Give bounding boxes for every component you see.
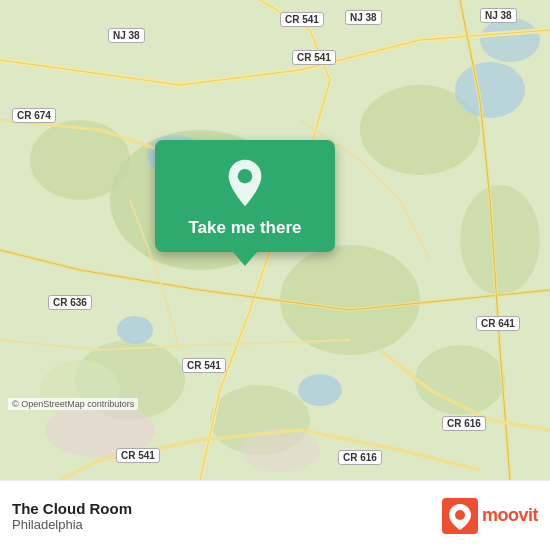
road-label-cr641: CR 641 bbox=[476, 316, 520, 331]
road-label-cr616-right: CR 616 bbox=[442, 416, 486, 431]
road-label-nj38-top-right1: NJ 38 bbox=[345, 10, 382, 25]
svg-point-9 bbox=[460, 185, 540, 295]
svg-point-13 bbox=[455, 62, 525, 118]
road-label-cr636: CR 636 bbox=[48, 295, 92, 310]
bottom-bar: The Cloud Room Philadelphia moovit bbox=[0, 480, 550, 550]
svg-point-11 bbox=[117, 316, 153, 344]
svg-point-17 bbox=[238, 169, 253, 184]
svg-point-2 bbox=[30, 120, 130, 200]
svg-point-12 bbox=[298, 374, 342, 406]
road-label-cr674: CR 674 bbox=[12, 108, 56, 123]
popup-button-label: Take me there bbox=[188, 218, 301, 238]
svg-point-19 bbox=[455, 510, 465, 520]
location-info: The Cloud Room Philadelphia bbox=[12, 500, 132, 532]
road-label-cr541-top: CR 541 bbox=[280, 12, 324, 27]
road-label-cr616-bottom: CR 616 bbox=[338, 450, 382, 465]
location-pin-icon bbox=[220, 158, 270, 208]
moovit-icon bbox=[442, 498, 478, 534]
moovit-text: moovit bbox=[482, 505, 538, 526]
svg-point-4 bbox=[280, 245, 420, 355]
svg-point-14 bbox=[480, 18, 540, 62]
location-city: Philadelphia bbox=[12, 517, 132, 532]
take-me-there-button[interactable]: Take me there bbox=[155, 140, 335, 252]
road-label-cr541-bottom: CR 541 bbox=[116, 448, 160, 463]
location-name: The Cloud Room bbox=[12, 500, 132, 517]
road-label-nj38-top-right2: NJ 38 bbox=[480, 8, 517, 23]
moovit-logo: moovit bbox=[442, 498, 538, 534]
road-label-cr541-lower: CR 541 bbox=[182, 358, 226, 373]
map-container: CR 541 NJ 38 NJ 38 NJ 38 CR 541 CR 674 C… bbox=[0, 0, 550, 480]
osm-attribution: © OpenStreetMap contributors bbox=[8, 398, 138, 410]
road-label-nj38-left: NJ 38 bbox=[108, 28, 145, 43]
road-label-cr541-mid: CR 541 bbox=[292, 50, 336, 65]
